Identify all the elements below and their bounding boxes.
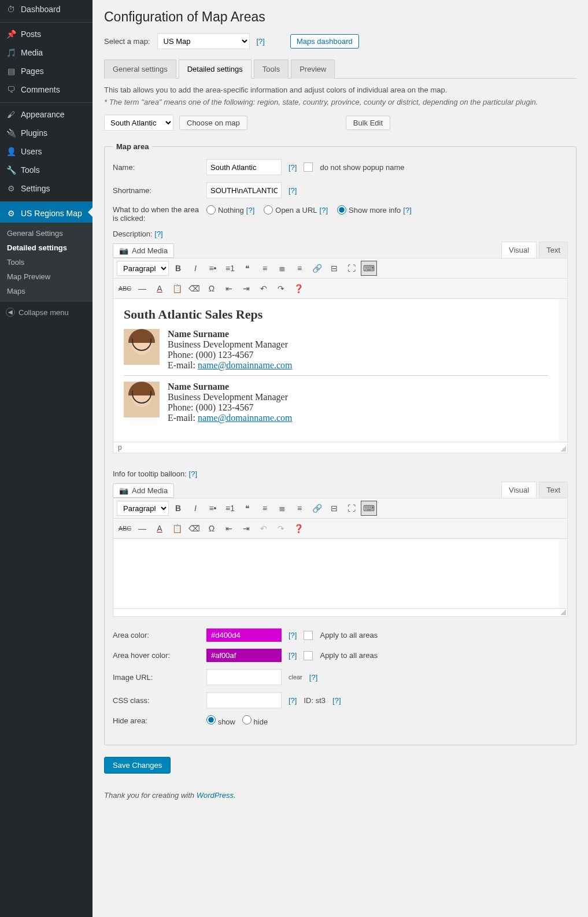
- menu-comments[interactable]: 🗨Comments: [0, 80, 93, 99]
- italic-icon[interactable]: I: [187, 501, 204, 516]
- email-link[interactable]: name@domainname.com: [198, 413, 293, 423]
- help2-icon[interactable]: ❓: [290, 521, 306, 536]
- outdent-icon[interactable]: ⇤: [221, 521, 237, 536]
- tab-general[interactable]: General settings: [104, 60, 176, 79]
- char-icon[interactable]: Ω: [204, 521, 220, 536]
- char-icon[interactable]: Ω: [204, 281, 220, 296]
- radio-nothing[interactable]: Nothing [?]: [206, 205, 254, 215]
- clear-link[interactable]: clear: [289, 674, 302, 681]
- shortname-input[interactable]: [206, 182, 282, 198]
- email-link[interactable]: name@domainname.com: [198, 360, 293, 370]
- help-icon[interactable]: [?]: [257, 37, 265, 46]
- css-class-input[interactable]: [206, 692, 282, 708]
- help-icon[interactable]: [?]: [332, 696, 341, 705]
- collapse-menu[interactable]: ◀Collapse menu: [0, 302, 93, 323]
- submenu-tools[interactable]: Tools: [0, 255, 93, 269]
- format-select-2[interactable]: Paragraph: [117, 501, 169, 516]
- tab-tools[interactable]: Tools: [254, 60, 289, 79]
- radio-hide[interactable]: hide: [242, 715, 268, 726]
- help-icon[interactable]: [?]: [289, 186, 297, 195]
- quote-icon[interactable]: ❝: [239, 501, 256, 516]
- maps-dashboard-button[interactable]: Maps dashboard: [290, 34, 359, 49]
- editor-text-tab[interactable]: Text: [539, 242, 568, 258]
- help-icon[interactable]: [?]: [309, 673, 317, 682]
- tooltip-content[interactable]: [113, 539, 567, 608]
- menu-plugins[interactable]: 🔌Plugins: [0, 124, 93, 142]
- redo-icon[interactable]: ↷: [273, 521, 289, 536]
- name-input[interactable]: [206, 159, 282, 175]
- area-select[interactable]: South Atlantic: [104, 114, 173, 131]
- clear-icon[interactable]: ⌫: [186, 521, 202, 536]
- strike-icon[interactable]: ABC: [117, 281, 133, 296]
- tab-detailed[interactable]: Detailed settings: [179, 60, 252, 79]
- clear-icon[interactable]: ⌫: [186, 281, 202, 296]
- toolbar-toggle-icon[interactable]: ⌨: [361, 261, 377, 276]
- submenu-general[interactable]: General Settings: [0, 226, 93, 241]
- menu-posts[interactable]: 📌Posts: [0, 22, 93, 43]
- undo-icon[interactable]: ↶: [256, 281, 272, 296]
- link-icon[interactable]: 🔗: [309, 261, 325, 276]
- quote-icon[interactable]: ❝: [239, 261, 256, 276]
- menu-users[interactable]: 👤Users: [0, 142, 93, 161]
- textcolor-icon[interactable]: A: [151, 281, 168, 296]
- fullscreen-icon[interactable]: ⛶: [343, 261, 360, 276]
- menu-appearance[interactable]: 🖌Appearance: [0, 102, 93, 124]
- align-right-icon[interactable]: ≡: [291, 501, 308, 516]
- menu-tools[interactable]: 🔧Tools: [0, 161, 93, 179]
- ul-icon[interactable]: ≡•: [205, 261, 221, 276]
- strike-icon[interactable]: ABC: [117, 521, 133, 536]
- redo-icon[interactable]: ↷: [273, 281, 289, 296]
- save-button[interactable]: Save Changes: [104, 757, 171, 774]
- editor2-text-tab[interactable]: Text: [539, 482, 568, 498]
- indent-icon[interactable]: ⇥: [238, 521, 254, 536]
- align-left-icon[interactable]: ≡: [257, 501, 273, 516]
- help-icon[interactable]: [?]: [289, 651, 297, 660]
- more-icon[interactable]: ⊟: [326, 261, 342, 276]
- help-icon[interactable]: [?]: [289, 696, 297, 705]
- align-right-icon[interactable]: ≡: [291, 261, 308, 276]
- textcolor-icon[interactable]: A: [151, 521, 168, 536]
- image-url-input[interactable]: [206, 669, 282, 685]
- map-select[interactable]: US Map: [157, 33, 250, 49]
- submenu-maps[interactable]: Maps: [0, 284, 93, 298]
- help2-icon[interactable]: ❓: [290, 281, 306, 296]
- editor-visual-tab[interactable]: Visual: [501, 242, 537, 258]
- add-media-button[interactable]: 📷Add Media: [113, 243, 174, 258]
- align-left-icon[interactable]: ≡: [257, 261, 273, 276]
- more-icon[interactable]: ⊟: [326, 501, 342, 516]
- align-center-icon[interactable]: ≣: [274, 261, 290, 276]
- submenu-detailed[interactable]: Detailed settings: [0, 241, 93, 255]
- hover-color-input[interactable]: #af00af: [206, 649, 282, 662]
- undo-icon[interactable]: ↶: [256, 521, 272, 536]
- bold-icon[interactable]: B: [170, 261, 186, 276]
- link-icon[interactable]: 🔗: [309, 501, 325, 516]
- menu-settings[interactable]: ⚙Settings: [0, 179, 93, 198]
- wordpress-link[interactable]: WordPress: [197, 791, 234, 800]
- format-select[interactable]: Paragraph: [117, 261, 169, 276]
- hr-icon[interactable]: —: [134, 521, 150, 536]
- bulk-edit-button[interactable]: Bulk Edit: [346, 116, 390, 130]
- radio-show[interactable]: show: [206, 715, 235, 726]
- menu-media[interactable]: 🎵Media: [0, 43, 93, 62]
- apply-all-hover-checkbox[interactable]: [304, 651, 313, 660]
- hr-icon[interactable]: —: [134, 281, 150, 296]
- editor2-visual-tab[interactable]: Visual: [501, 482, 537, 498]
- help-icon[interactable]: [?]: [154, 230, 162, 238]
- help-icon[interactable]: [?]: [289, 631, 297, 639]
- radio-show-more[interactable]: Show more info [?]: [337, 205, 412, 215]
- choose-on-map-button[interactable]: Choose on map: [179, 116, 247, 130]
- menu-us-regions-map[interactable]: ⚙US Regions Map: [0, 201, 93, 223]
- ol-icon[interactable]: ≡1: [222, 261, 238, 276]
- help-icon[interactable]: [?]: [189, 469, 197, 478]
- outdent-icon[interactable]: ⇤: [221, 281, 237, 296]
- add-media-button-2[interactable]: 📷Add Media: [113, 483, 174, 498]
- area-color-input[interactable]: #d400d4: [206, 628, 282, 642]
- submenu-preview[interactable]: Map Preview: [0, 269, 93, 284]
- italic-icon[interactable]: I: [187, 261, 204, 276]
- apply-all-checkbox[interactable]: [304, 631, 313, 640]
- paste-icon[interactable]: 📋: [169, 281, 185, 296]
- help-icon[interactable]: [?]: [289, 163, 297, 172]
- paste-icon[interactable]: 📋: [169, 521, 185, 536]
- align-center-icon[interactable]: ≣: [274, 501, 290, 516]
- menu-pages[interactable]: ▤Pages: [0, 62, 93, 80]
